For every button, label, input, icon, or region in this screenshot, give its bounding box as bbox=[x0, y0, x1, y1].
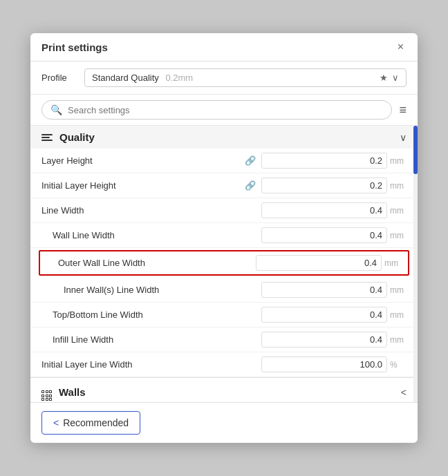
profile-row: Profile Standard Quality 0.2mm ★ ∨ bbox=[30, 61, 418, 95]
recommended-chevron: < bbox=[53, 417, 59, 428]
table-row: Inner Wall(s) Line Width mm bbox=[30, 278, 418, 303]
search-input[interactable] bbox=[68, 105, 383, 115]
link-icon[interactable]: 🔗 bbox=[245, 155, 256, 166]
setting-value-input[interactable] bbox=[261, 178, 387, 193]
panel-title: Print settings bbox=[41, 41, 108, 53]
setting-value-input[interactable] bbox=[261, 153, 387, 169]
walls-icon bbox=[41, 383, 52, 401]
profile-label: Profile bbox=[41, 73, 76, 83]
quality-section-header[interactable]: Quality ∨ bbox=[30, 126, 418, 149]
table-row: Initial Layer Height 🔗 mm bbox=[30, 173, 418, 198]
setting-value-wrap: % bbox=[261, 356, 407, 372]
quality-header-left: Quality bbox=[41, 131, 95, 143]
setting-value-wrap: mm bbox=[256, 255, 401, 271]
setting-name: Top/Bottom Line Width bbox=[41, 310, 261, 320]
setting-name: Wall Line Width bbox=[41, 230, 261, 240]
scrollbar-track[interactable] bbox=[413, 126, 418, 402]
table-row: Outer Wall Line Width mm bbox=[39, 250, 409, 276]
table-row: Line Width mm bbox=[30, 198, 418, 223]
setting-value-wrap: mm bbox=[261, 282, 407, 298]
setting-value-input[interactable] bbox=[261, 227, 387, 243]
walls-section-title: Walls bbox=[59, 386, 86, 398]
setting-unit: mm bbox=[390, 231, 407, 240]
setting-value-input[interactable] bbox=[261, 202, 387, 218]
setting-value-wrap: mm bbox=[261, 202, 407, 218]
setting-name: Line Width bbox=[41, 205, 261, 216]
profile-sub: 0.2mm bbox=[165, 73, 193, 83]
walls-chevron: < bbox=[401, 387, 407, 398]
setting-unit: mm bbox=[390, 335, 407, 345]
setting-value-wrap: mm bbox=[261, 178, 407, 193]
table-row: Wall Line Width mm bbox=[30, 223, 418, 248]
table-row: Initial Layer Line Width % bbox=[30, 352, 418, 377]
search-row: 🔍 ≡ bbox=[30, 95, 418, 126]
lines-icon bbox=[41, 134, 53, 141]
chevron-down-icon: ∨ bbox=[392, 73, 399, 83]
setting-name: Initial Layer Line Width bbox=[41, 359, 261, 370]
walls-section-header[interactable]: Walls < bbox=[30, 377, 418, 402]
table-row: Layer Height 🔗 mm bbox=[30, 149, 418, 173]
setting-name: Outer Wall Line Width bbox=[47, 258, 256, 268]
quality-icon bbox=[41, 134, 53, 141]
dashed-grid-icon bbox=[41, 390, 52, 401]
profile-dropdown[interactable]: Standard Quality 0.2mm ★ ∨ bbox=[84, 68, 407, 87]
walls-header-left: Walls bbox=[41, 383, 86, 401]
close-button[interactable]: × bbox=[395, 40, 407, 54]
setting-value-input[interactable] bbox=[261, 307, 387, 323]
setting-value-wrap: mm bbox=[261, 227, 407, 243]
quality-rows: Layer Height 🔗 mm Initial Layer Height 🔗… bbox=[30, 149, 418, 377]
setting-name: Initial Layer Height bbox=[41, 180, 245, 191]
scrollbar-thumb[interactable] bbox=[413, 126, 418, 174]
setting-value-wrap: mm bbox=[261, 332, 407, 348]
profile-name: Standard Quality bbox=[92, 73, 159, 83]
recommended-button[interactable]: < Recommended bbox=[41, 411, 140, 435]
setting-value-input[interactable] bbox=[261, 282, 387, 298]
setting-unit: mm bbox=[390, 181, 407, 191]
print-settings-panel: Print settings × Profile Standard Qualit… bbox=[30, 33, 418, 443]
settings-body: Quality ∨ Layer Height 🔗 mm Initial Laye… bbox=[30, 126, 418, 402]
setting-value-input[interactable] bbox=[261, 356, 387, 372]
table-row: Infill Line Width mm bbox=[30, 327, 418, 352]
setting-value-wrap: mm bbox=[261, 307, 407, 323]
recommended-label: Recommended bbox=[63, 417, 129, 428]
setting-name: Layer Height bbox=[41, 155, 245, 166]
panel-header: Print settings × bbox=[30, 33, 418, 61]
table-row: Top/Bottom Line Width mm bbox=[30, 303, 418, 327]
link-icon[interactable]: 🔗 bbox=[245, 180, 256, 191]
menu-icon[interactable]: ≡ bbox=[399, 104, 407, 116]
search-icon: 🔍 bbox=[50, 104, 62, 115]
search-wrap: 🔍 bbox=[41, 100, 392, 120]
footer-row: < Recommended bbox=[30, 402, 418, 443]
star-icon: ★ bbox=[380, 73, 388, 83]
setting-name: Infill Line Width bbox=[41, 334, 261, 345]
setting-unit: mm bbox=[390, 156, 407, 166]
setting-value-input[interactable] bbox=[256, 255, 382, 271]
setting-name: Inner Wall(s) Line Width bbox=[41, 285, 261, 295]
setting-value-input[interactable] bbox=[261, 332, 387, 348]
quality-section-title: Quality bbox=[59, 131, 95, 143]
setting-unit: mm bbox=[390, 310, 407, 320]
quality-chevron: ∨ bbox=[400, 132, 407, 143]
setting-unit: mm bbox=[390, 285, 407, 295]
setting-unit: mm bbox=[384, 258, 401, 268]
setting-unit: mm bbox=[390, 206, 407, 216]
setting-value-wrap: mm bbox=[261, 153, 407, 169]
profile-icons: ★ ∨ bbox=[380, 73, 399, 83]
setting-unit: % bbox=[390, 360, 407, 370]
